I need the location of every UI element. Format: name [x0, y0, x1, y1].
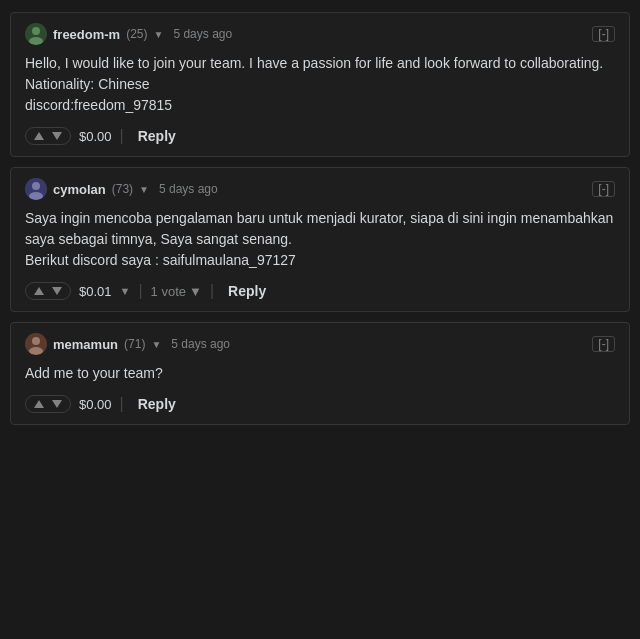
svg-point-8 [29, 347, 43, 355]
svg-point-4 [32, 182, 40, 190]
svg-point-1 [32, 27, 40, 35]
upvote-btn-3[interactable] [32, 398, 46, 410]
divider-2: | [138, 282, 142, 300]
divider-1: | [120, 127, 124, 145]
comment-card-1: freedom-m (25) ▼ 5 days ago [-] Hello, I… [10, 12, 630, 157]
username-cymolan: cymolan [53, 182, 106, 197]
divider-2b: | [210, 282, 214, 300]
avatar-icon-freedom-m [25, 23, 47, 45]
user-dropdown-arrow-1[interactable]: ▼ [154, 29, 164, 40]
comment-body-2: Saya ingin mencoba pengalaman baru untuk… [25, 208, 615, 271]
comment-actions-2: $0.01 ▼ | 1 vote ▼ | Reply [25, 281, 615, 301]
downvote-btn-3[interactable] [50, 398, 64, 410]
svg-point-7 [32, 337, 40, 345]
downvote-btn-1[interactable] [50, 130, 64, 142]
score-cymolan: (73) [112, 182, 133, 196]
comment-card-3: memamun (71) ▼ 5 days ago [-] Add me to … [10, 322, 630, 425]
vote-buttons-1 [25, 127, 71, 145]
timestamp-1: 5 days ago [173, 27, 232, 41]
vote-buttons-2 [25, 282, 71, 300]
upvote-btn-2[interactable] [32, 285, 46, 297]
upvote-btn-1[interactable] [32, 130, 46, 142]
avatar-cymolan [25, 178, 47, 200]
downvote-btn-2[interactable] [50, 285, 64, 297]
collapse-btn-2[interactable]: [-] [592, 181, 615, 197]
avatar-icon-cymolan [25, 178, 47, 200]
avatar-freedom-m [25, 23, 47, 45]
timestamp-3: 5 days ago [171, 337, 230, 351]
avatar-icon-memamun [25, 333, 47, 355]
upvote-arrow-3 [34, 400, 44, 408]
score-memamun: (71) [124, 337, 145, 351]
comment-card-2: cymolan (73) ▼ 5 days ago [-] Saya ingin… [10, 167, 630, 312]
upvote-arrow-2 [34, 287, 44, 295]
comment-header-3: memamun (71) ▼ 5 days ago [-] [25, 333, 615, 355]
timestamp-2: 5 days ago [159, 182, 218, 196]
comment-body-1: Hello, I would like to join your team. I… [25, 53, 615, 116]
downvote-arrow-1 [52, 132, 62, 140]
user-dropdown-arrow-2[interactable]: ▼ [139, 184, 149, 195]
username-freedom-m: freedom-m [53, 27, 120, 42]
vote-count-label-2: 1 vote [151, 284, 186, 299]
comment-header-1: freedom-m (25) ▼ 5 days ago [-] [25, 23, 615, 45]
comment-header-2: cymolan (73) ▼ 5 days ago [-] [25, 178, 615, 200]
score-dropdown-2[interactable]: ▼ [120, 285, 131, 297]
downvote-arrow-2 [52, 287, 62, 295]
divider-3: | [120, 395, 124, 413]
username-memamun: memamun [53, 337, 118, 352]
user-dropdown-arrow-3[interactable]: ▼ [151, 339, 161, 350]
avatar-memamun [25, 333, 47, 355]
comment-actions-1: $0.00 | Reply [25, 126, 615, 146]
downvote-arrow-3 [52, 400, 62, 408]
svg-point-2 [29, 37, 43, 45]
vote-buttons-3 [25, 395, 71, 413]
vote-count-2[interactable]: 1 vote ▼ [151, 284, 202, 299]
reply-btn-3[interactable]: Reply [132, 394, 182, 414]
score-amount-3: $0.00 [79, 397, 112, 412]
score-amount-2: $0.01 [79, 284, 112, 299]
comment-actions-3: $0.00 | Reply [25, 394, 615, 414]
upvote-arrow-1 [34, 132, 44, 140]
vote-count-dropdown-2[interactable]: ▼ [189, 284, 202, 299]
svg-point-5 [29, 192, 43, 200]
reply-btn-2[interactable]: Reply [222, 281, 272, 301]
score-freedom-m: (25) [126, 27, 147, 41]
reply-btn-1[interactable]: Reply [132, 126, 182, 146]
comment-body-3: Add me to your team? [25, 363, 615, 384]
collapse-btn-1[interactable]: [-] [592, 26, 615, 42]
collapse-btn-3[interactable]: [-] [592, 336, 615, 352]
score-amount-1: $0.00 [79, 129, 112, 144]
